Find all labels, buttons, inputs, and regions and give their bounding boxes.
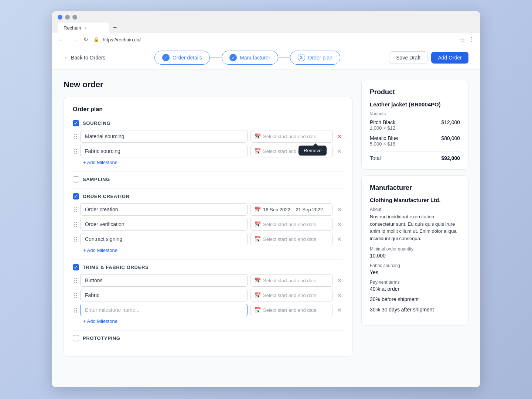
back-to-orders-link[interactable]: ← Back to Orders xyxy=(64,55,105,61)
date-picker[interactable]: 📅 Select start and end date xyxy=(250,274,332,287)
save-draft-button[interactable]: Save Draft xyxy=(389,51,427,64)
browser-dots xyxy=(58,15,474,20)
milestone-name-input[interactable] xyxy=(80,203,248,216)
section-trims-fabric-header: ✓ TRIMS & FABRIC ORDERS xyxy=(73,264,343,270)
app-header: ← Back to Orders ✓ Order details ✓ Manuf… xyxy=(52,46,480,69)
payment-line2: 30% before shipment xyxy=(370,296,460,302)
drag-handle[interactable] xyxy=(74,293,77,298)
milestone-name-input[interactable] xyxy=(80,274,248,287)
trims-fabric-milestones: 📅 Select start and end date ✕ xyxy=(74,274,343,316)
variant-name: Pitch Black xyxy=(370,119,395,125)
fabric-sourcing-value: Yes xyxy=(370,269,460,275)
section-prototyping-header: PROTOTYPING xyxy=(73,335,343,341)
new-tab-button[interactable]: + xyxy=(111,24,119,32)
drag-handle[interactable] xyxy=(74,149,77,154)
drag-handle[interactable] xyxy=(74,278,77,283)
manufacturer-card: Manufacturer Clothing Manufacturer Ltd. … xyxy=(361,175,468,325)
product-name: Leather jacket (BR0004PO) xyxy=(370,101,460,108)
lock-icon: 🔒 xyxy=(93,37,99,42)
section-trims-fabric: ✓ TRIMS & FABRIC ORDERS xyxy=(73,264,343,324)
drag-handle[interactable] xyxy=(74,308,77,313)
section-divider xyxy=(73,171,343,172)
date-picker[interactable]: 📅 Select start and end date xyxy=(250,233,332,245)
add-order-button[interactable]: Add Order xyxy=(431,52,468,64)
total-label: Total xyxy=(370,155,381,161)
drag-handle[interactable] xyxy=(74,222,77,227)
date-picker[interactable]: 📅 Select start and end date xyxy=(250,304,332,316)
url-display: https://rechain.co/ xyxy=(103,37,456,42)
step-connector-1 xyxy=(210,57,222,58)
payment-line1: 40% at order xyxy=(370,286,460,292)
remove-milestone-button[interactable]: ✕ xyxy=(335,291,343,300)
section-order-creation: ✓ ORDER CREATION xyxy=(73,193,343,253)
tab-title: Rechain xyxy=(64,25,81,31)
header-actions: Save Draft Add Order xyxy=(389,51,468,64)
drag-handle[interactable] xyxy=(74,207,77,212)
order-creation-checkbox[interactable]: ✓ xyxy=(73,193,79,200)
section-order-creation-header: ✓ ORDER CREATION xyxy=(73,193,343,200)
new-milestone-name-input[interactable] xyxy=(80,304,248,316)
payment-terms-label: Payment terms xyxy=(370,280,460,285)
steps-bar: ✓ Order details ✓ Manufacturer 3 Order p… xyxy=(154,51,340,65)
variant-price: $80,000 xyxy=(441,135,460,141)
date-picker[interactable]: 📅 16 Sep 2022 – 21 Sep 2022 xyxy=(250,203,332,216)
drag-handle[interactable] xyxy=(74,134,77,139)
main-content: New order Order plan ✓ SOURCING xyxy=(52,69,480,387)
remove-milestone-button[interactable]: ✕ xyxy=(335,235,343,243)
payment-line3: 30% 30 days after shipment xyxy=(370,307,460,313)
step-manufacturer[interactable]: ✓ Manufacturer xyxy=(222,51,278,65)
section-sampling-header: SAMPLING xyxy=(73,176,343,183)
browser-window: Rechain × + ← → ↻ 🔒 https://rechain.co/ … xyxy=(52,11,480,387)
date-picker[interactable]: 📅 Select start and end date xyxy=(250,289,332,301)
dot-2 xyxy=(65,15,70,20)
add-milestone-sourcing[interactable]: + Add Milestone xyxy=(83,160,117,165)
step-connector-2 xyxy=(278,57,290,58)
date-display: Select start and end date xyxy=(263,134,317,139)
left-panel: New order Order plan ✓ SOURCING xyxy=(64,80,352,377)
browser-tab[interactable]: Rechain × xyxy=(58,23,109,33)
step-order-details[interactable]: ✓ Order details xyxy=(154,51,210,65)
trims-fabric-label: TRIMS & FABRIC ORDERS xyxy=(83,265,149,270)
dot-1 xyxy=(58,15,62,20)
back-arrow-icon: ← xyxy=(64,55,69,61)
back-label: Back to Orders xyxy=(71,55,105,61)
milestone-name-input[interactable] xyxy=(80,218,248,231)
milestone-row: 📅 Select start and end date ✕ xyxy=(74,218,343,231)
add-milestone-trims[interactable]: + Add Milestone xyxy=(83,318,117,324)
browser-menu-icon[interactable]: ⋮ xyxy=(468,36,474,43)
variants-label: Variants xyxy=(370,111,460,116)
order-plan-card: Order plan ✓ SOURCING xyxy=(64,97,352,357)
milestone-name-input[interactable] xyxy=(80,130,248,143)
milestone-name-input[interactable] xyxy=(80,289,248,301)
date-picker[interactable]: 📅 Select start and end date xyxy=(250,130,332,143)
tab-close-button[interactable]: × xyxy=(84,25,87,31)
forward-nav-button[interactable]: → xyxy=(70,36,78,44)
back-nav-button[interactable]: ← xyxy=(58,36,66,44)
prototyping-checkbox[interactable] xyxy=(73,335,79,341)
sampling-checkbox[interactable] xyxy=(73,176,79,183)
remove-milestone-button[interactable]: ✕ xyxy=(335,276,343,285)
add-milestone-order-creation[interactable]: + Add Milestone xyxy=(83,248,117,253)
remove-milestone-button[interactable]: ✕ xyxy=(335,147,343,156)
bookmark-icon[interactable]: ☆ xyxy=(460,36,465,43)
remove-milestone-button[interactable]: ✕ xyxy=(335,306,343,314)
drag-handle[interactable] xyxy=(74,237,77,242)
variant-info: Pitch Black 1,000 × $12 xyxy=(370,119,395,131)
calendar-icon: 📅 xyxy=(255,292,261,298)
reload-button[interactable]: ↻ xyxy=(82,35,90,44)
fabric-sourcing-label: Fabric sourcing xyxy=(370,263,460,268)
date-picker[interactable]: 📅 Select start and end date xyxy=(250,218,332,231)
step-order-plan[interactable]: 3 Order plan xyxy=(290,51,340,65)
milestone-name-input[interactable] xyxy=(80,233,248,245)
remove-milestone-button[interactable]: ✕ xyxy=(335,205,343,214)
sourcing-checkbox[interactable]: ✓ xyxy=(73,120,79,126)
remove-milestone-button[interactable]: ✕ xyxy=(335,132,343,141)
remove-milestone-button[interactable]: ✕ xyxy=(335,220,343,229)
trims-fabric-checkbox[interactable]: ✓ xyxy=(73,264,79,270)
section-sourcing-header: ✓ SOURCING xyxy=(73,120,343,126)
milestone-name-input[interactable] xyxy=(80,145,248,157)
variant-price: $12,000 xyxy=(441,119,460,125)
calendar-icon: 📅 xyxy=(255,207,261,212)
calendar-icon: 📅 xyxy=(255,277,261,283)
date-display: Select start and end date xyxy=(263,278,317,283)
